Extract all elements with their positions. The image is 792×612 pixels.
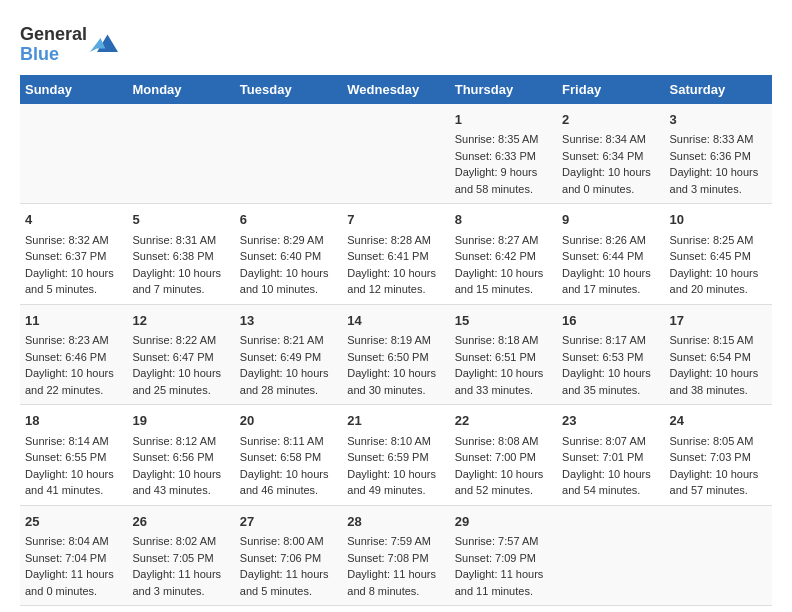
day-info: Sunrise: 8:23 AM Sunset: 6:46 PM Dayligh… <box>25 332 122 398</box>
day-info: Sunrise: 8:17 AM Sunset: 6:53 PM Dayligh… <box>562 332 659 398</box>
day-number: 14 <box>347 311 444 331</box>
calendar-cell <box>235 104 342 204</box>
day-number: 17 <box>670 311 767 331</box>
day-number: 28 <box>347 512 444 532</box>
calendar-cell <box>127 104 234 204</box>
day-info: Sunrise: 8:21 AM Sunset: 6:49 PM Dayligh… <box>240 332 337 398</box>
day-info: Sunrise: 8:00 AM Sunset: 7:06 PM Dayligh… <box>240 533 337 599</box>
day-number: 23 <box>562 411 659 431</box>
column-header-monday: Monday <box>127 75 234 104</box>
column-header-friday: Friday <box>557 75 664 104</box>
day-number: 8 <box>455 210 552 230</box>
calendar-cell: 12Sunrise: 8:22 AM Sunset: 6:47 PM Dayli… <box>127 304 234 405</box>
day-number: 19 <box>132 411 229 431</box>
calendar-cell: 3Sunrise: 8:33 AM Sunset: 6:36 PM Daylig… <box>665 104 772 204</box>
day-number: 11 <box>25 311 122 331</box>
day-info: Sunrise: 8:33 AM Sunset: 6:36 PM Dayligh… <box>670 131 767 197</box>
calendar-cell: 22Sunrise: 8:08 AM Sunset: 7:00 PM Dayli… <box>450 405 557 506</box>
day-number: 4 <box>25 210 122 230</box>
week-row-4: 18Sunrise: 8:14 AM Sunset: 6:55 PM Dayli… <box>20 405 772 506</box>
week-row-2: 4Sunrise: 8:32 AM Sunset: 6:37 PM Daylig… <box>20 204 772 305</box>
day-info: Sunrise: 7:59 AM Sunset: 7:08 PM Dayligh… <box>347 533 444 599</box>
day-info: Sunrise: 8:26 AM Sunset: 6:44 PM Dayligh… <box>562 232 659 298</box>
day-number: 29 <box>455 512 552 532</box>
calendar-cell: 14Sunrise: 8:19 AM Sunset: 6:50 PM Dayli… <box>342 304 449 405</box>
day-info: Sunrise: 8:32 AM Sunset: 6:37 PM Dayligh… <box>25 232 122 298</box>
day-number: 24 <box>670 411 767 431</box>
day-info: Sunrise: 8:29 AM Sunset: 6:40 PM Dayligh… <box>240 232 337 298</box>
calendar-cell: 5Sunrise: 8:31 AM Sunset: 6:38 PM Daylig… <box>127 204 234 305</box>
day-number: 21 <box>347 411 444 431</box>
day-info: Sunrise: 8:05 AM Sunset: 7:03 PM Dayligh… <box>670 433 767 499</box>
day-number: 20 <box>240 411 337 431</box>
calendar-cell: 29Sunrise: 7:57 AM Sunset: 7:09 PM Dayli… <box>450 505 557 606</box>
day-number: 16 <box>562 311 659 331</box>
calendar-cell: 25Sunrise: 8:04 AM Sunset: 7:04 PM Dayli… <box>20 505 127 606</box>
day-number: 15 <box>455 311 552 331</box>
day-number: 10 <box>670 210 767 230</box>
day-info: Sunrise: 8:15 AM Sunset: 6:54 PM Dayligh… <box>670 332 767 398</box>
day-info: Sunrise: 8:27 AM Sunset: 6:42 PM Dayligh… <box>455 232 552 298</box>
day-info: Sunrise: 8:07 AM Sunset: 7:01 PM Dayligh… <box>562 433 659 499</box>
day-info: Sunrise: 8:12 AM Sunset: 6:56 PM Dayligh… <box>132 433 229 499</box>
calendar-cell: 10Sunrise: 8:25 AM Sunset: 6:45 PM Dayli… <box>665 204 772 305</box>
day-info: Sunrise: 8:02 AM Sunset: 7:05 PM Dayligh… <box>132 533 229 599</box>
calendar-cell: 9Sunrise: 8:26 AM Sunset: 6:44 PM Daylig… <box>557 204 664 305</box>
day-info: Sunrise: 8:14 AM Sunset: 6:55 PM Dayligh… <box>25 433 122 499</box>
week-row-1: 1Sunrise: 8:35 AM Sunset: 6:33 PM Daylig… <box>20 104 772 204</box>
calendar-cell <box>557 505 664 606</box>
page-header: GeneralBlue <box>20 20 772 65</box>
day-info: Sunrise: 7:57 AM Sunset: 7:09 PM Dayligh… <box>455 533 552 599</box>
calendar-cell: 8Sunrise: 8:27 AM Sunset: 6:42 PM Daylig… <box>450 204 557 305</box>
calendar-cell: 24Sunrise: 8:05 AM Sunset: 7:03 PM Dayli… <box>665 405 772 506</box>
calendar-cell: 4Sunrise: 8:32 AM Sunset: 6:37 PM Daylig… <box>20 204 127 305</box>
calendar-cell: 23Sunrise: 8:07 AM Sunset: 7:01 PM Dayli… <box>557 405 664 506</box>
calendar-cell: 7Sunrise: 8:28 AM Sunset: 6:41 PM Daylig… <box>342 204 449 305</box>
calendar-cell: 15Sunrise: 8:18 AM Sunset: 6:51 PM Dayli… <box>450 304 557 405</box>
day-info: Sunrise: 8:08 AM Sunset: 7:00 PM Dayligh… <box>455 433 552 499</box>
day-number: 22 <box>455 411 552 431</box>
calendar-cell: 6Sunrise: 8:29 AM Sunset: 6:40 PM Daylig… <box>235 204 342 305</box>
day-number: 6 <box>240 210 337 230</box>
day-number: 7 <box>347 210 444 230</box>
column-header-tuesday: Tuesday <box>235 75 342 104</box>
calendar-cell: 13Sunrise: 8:21 AM Sunset: 6:49 PM Dayli… <box>235 304 342 405</box>
calendar-cell <box>20 104 127 204</box>
day-number: 2 <box>562 110 659 130</box>
day-number: 9 <box>562 210 659 230</box>
calendar-cell: 20Sunrise: 8:11 AM Sunset: 6:58 PM Dayli… <box>235 405 342 506</box>
day-number: 18 <box>25 411 122 431</box>
logo-text: GeneralBlue <box>20 25 87 65</box>
column-header-saturday: Saturday <box>665 75 772 104</box>
day-info: Sunrise: 8:28 AM Sunset: 6:41 PM Dayligh… <box>347 232 444 298</box>
calendar-cell <box>342 104 449 204</box>
day-info: Sunrise: 8:11 AM Sunset: 6:58 PM Dayligh… <box>240 433 337 499</box>
calendar-cell: 2Sunrise: 8:34 AM Sunset: 6:34 PM Daylig… <box>557 104 664 204</box>
day-info: Sunrise: 8:25 AM Sunset: 6:45 PM Dayligh… <box>670 232 767 298</box>
day-number: 26 <box>132 512 229 532</box>
day-info: Sunrise: 8:04 AM Sunset: 7:04 PM Dayligh… <box>25 533 122 599</box>
day-info: Sunrise: 8:10 AM Sunset: 6:59 PM Dayligh… <box>347 433 444 499</box>
calendar-cell: 1Sunrise: 8:35 AM Sunset: 6:33 PM Daylig… <box>450 104 557 204</box>
logo: GeneralBlue <box>20 25 118 65</box>
day-number: 5 <box>132 210 229 230</box>
calendar-cell: 11Sunrise: 8:23 AM Sunset: 6:46 PM Dayli… <box>20 304 127 405</box>
calendar-cell <box>665 505 772 606</box>
day-number: 3 <box>670 110 767 130</box>
calendar-cell: 18Sunrise: 8:14 AM Sunset: 6:55 PM Dayli… <box>20 405 127 506</box>
column-header-thursday: Thursday <box>450 75 557 104</box>
day-info: Sunrise: 8:18 AM Sunset: 6:51 PM Dayligh… <box>455 332 552 398</box>
day-info: Sunrise: 8:31 AM Sunset: 6:38 PM Dayligh… <box>132 232 229 298</box>
calendar-cell: 21Sunrise: 8:10 AM Sunset: 6:59 PM Dayli… <box>342 405 449 506</box>
day-info: Sunrise: 8:22 AM Sunset: 6:47 PM Dayligh… <box>132 332 229 398</box>
day-info: Sunrise: 8:19 AM Sunset: 6:50 PM Dayligh… <box>347 332 444 398</box>
calendar-cell: 28Sunrise: 7:59 AM Sunset: 7:08 PM Dayli… <box>342 505 449 606</box>
calendar-cell: 27Sunrise: 8:00 AM Sunset: 7:06 PM Dayli… <box>235 505 342 606</box>
day-number: 12 <box>132 311 229 331</box>
header-row: SundayMondayTuesdayWednesdayThursdayFrid… <box>20 75 772 104</box>
week-row-5: 25Sunrise: 8:04 AM Sunset: 7:04 PM Dayli… <box>20 505 772 606</box>
logo-icon <box>90 31 118 59</box>
day-number: 25 <box>25 512 122 532</box>
day-info: Sunrise: 8:34 AM Sunset: 6:34 PM Dayligh… <box>562 131 659 197</box>
day-number: 13 <box>240 311 337 331</box>
